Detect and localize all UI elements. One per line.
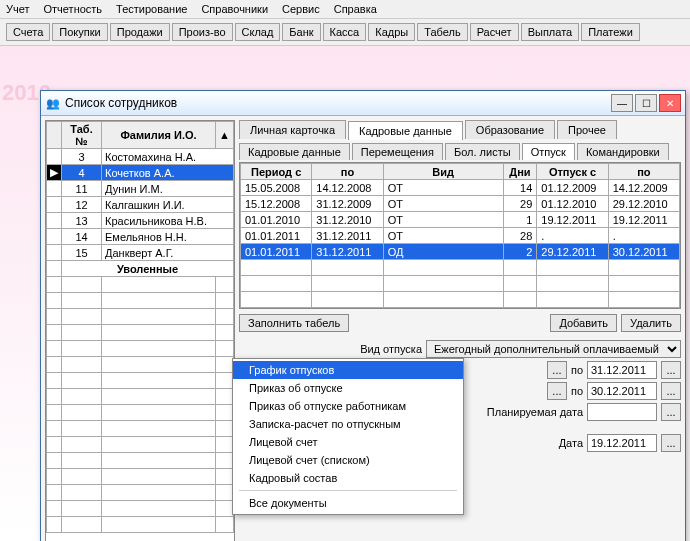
- col-kind[interactable]: Вид: [383, 164, 503, 180]
- tb-kadry[interactable]: Кадры: [368, 23, 415, 41]
- print-context-menu: График отпусковПриказ об отпускеПриказ о…: [232, 358, 464, 515]
- planned-date-input[interactable]: [587, 403, 657, 421]
- po2-input[interactable]: [587, 382, 657, 400]
- tab-other[interactable]: Прочее: [557, 120, 617, 139]
- menu-item[interactable]: График отпусков: [233, 361, 463, 379]
- menu-item[interactable]: Лицевой счет: [233, 433, 463, 451]
- toolbar: Счета Покупки Продажи Произ-во Склад Бан…: [0, 19, 690, 46]
- close-button[interactable]: ✕: [659, 94, 681, 112]
- tb-tabel[interactable]: Табель: [417, 23, 467, 41]
- tb-kassa[interactable]: Касса: [323, 23, 367, 41]
- col-vac-to[interactable]: по: [608, 164, 679, 180]
- tb-platezhi[interactable]: Платежи: [581, 23, 640, 41]
- menu-item[interactable]: Приказ об отпуске работникам: [233, 397, 463, 415]
- po1-picker[interactable]: ...: [661, 361, 681, 379]
- date-picker[interactable]: ...: [661, 434, 681, 452]
- po1-input[interactable]: [587, 361, 657, 379]
- table-row[interactable]: 11Дунин И.М.: [47, 181, 234, 197]
- subtab-vacation[interactable]: Отпуск: [522, 143, 575, 160]
- tb-sklad[interactable]: Склад: [235, 23, 281, 41]
- vacations-table[interactable]: Период с по Вид Дни Отпуск с по 15.05.20…: [239, 162, 681, 309]
- menu-separator: [239, 490, 457, 491]
- tab-education[interactable]: Образование: [465, 120, 555, 139]
- table-row[interactable]: 13Красильникова Н.В.: [47, 213, 234, 229]
- date-input[interactable]: [587, 434, 657, 452]
- period-from-picker[interactable]: ...: [547, 361, 567, 379]
- tb-scheta[interactable]: Счета: [6, 23, 50, 41]
- table-row[interactable]: 14Емельянов Н.Н.: [47, 229, 234, 245]
- menubar: Учет Отчетность Тестирование Справочники…: [0, 0, 690, 19]
- po2-picker[interactable]: ...: [661, 382, 681, 400]
- menu-service[interactable]: Сервис: [282, 3, 320, 15]
- menu-item[interactable]: Лицевой счет (списком): [233, 451, 463, 469]
- subtab-hr[interactable]: Кадровые данные: [239, 143, 350, 160]
- main-tabs: Личная карточка Кадровые данные Образова…: [239, 120, 681, 139]
- employees-table[interactable]: Таб.№ Фамилия И.О. ▲ 3Костомахина Н.А.▶4…: [45, 120, 235, 541]
- sub-tabs: Кадровые данные Перемещения Бол. листы О…: [239, 143, 681, 160]
- table-row[interactable]: 15.12.200831.12.2009ОТ2901.12.201029.12.…: [241, 196, 680, 212]
- table-row[interactable]: 01.01.201031.12.2010ОТ119.12.201119.12.2…: [241, 212, 680, 228]
- window-title: Список сотрудников: [65, 96, 611, 110]
- tabno-header[interactable]: Таб.№: [62, 122, 102, 149]
- subtab-trips[interactable]: Командировки: [577, 143, 669, 160]
- subtab-sick[interactable]: Бол. листы: [445, 143, 520, 160]
- col-period-to[interactable]: по: [312, 164, 383, 180]
- minimize-button[interactable]: —: [611, 94, 633, 112]
- date-label: Дата: [559, 437, 583, 449]
- tb-vyplata[interactable]: Выплата: [521, 23, 580, 41]
- subtab-moves[interactable]: Перемещения: [352, 143, 443, 160]
- fio-header[interactable]: Фамилия И.О.: [102, 122, 216, 149]
- menu-item[interactable]: Кадровый состав: [233, 469, 463, 487]
- tab-personal[interactable]: Личная карточка: [239, 120, 346, 139]
- tb-prodazhi[interactable]: Продажи: [110, 23, 170, 41]
- planned-date-label: Планируемая дата: [487, 406, 583, 418]
- table-row[interactable]: 15.05.200814.12.2008ОТ1401.12.200914.12.…: [241, 180, 680, 196]
- vac-type-label: Вид отпуска: [360, 343, 422, 355]
- maximize-button[interactable]: ☐: [635, 94, 657, 112]
- table-row[interactable]: 12Калгашкин И.И.: [47, 197, 234, 213]
- tb-proizvo[interactable]: Произ-во: [172, 23, 233, 41]
- po2-label: по: [571, 385, 583, 397]
- col-vac-from[interactable]: Отпуск с: [537, 164, 608, 180]
- fill-tabel-button[interactable]: Заполнить табель: [239, 314, 349, 332]
- table-row[interactable]: 3Костомахина Н.А.: [47, 149, 234, 165]
- sort-arrow[interactable]: ▲: [216, 122, 234, 149]
- people-icon: 👥: [45, 95, 61, 111]
- vac-delete-button[interactable]: Удалить: [621, 314, 681, 332]
- tb-bank[interactable]: Банк: [282, 23, 320, 41]
- table-row[interactable]: 01.01.201131.12.2011ОТ28..: [241, 228, 680, 244]
- table-row[interactable]: 01.01.201131.12.2011ОД229.12.201130.12.2…: [241, 244, 680, 260]
- col-period-from[interactable]: Период с: [241, 164, 312, 180]
- tb-pokupki[interactable]: Покупки: [52, 23, 107, 41]
- menu-item[interactable]: Записка-расчет по отпускным: [233, 415, 463, 433]
- titlebar[interactable]: 👥 Список сотрудников — ☐ ✕: [41, 91, 685, 116]
- tb-raschet[interactable]: Расчет: [470, 23, 519, 41]
- col-days[interactable]: Дни: [503, 164, 537, 180]
- menu-all-documents[interactable]: Все документы: [233, 494, 463, 512]
- table-row[interactable]: ▶4Кочетков А.А.: [47, 165, 234, 181]
- planned-date-picker[interactable]: ...: [661, 403, 681, 421]
- table-row[interactable]: 15Данкверт А.Г.: [47, 245, 234, 261]
- menu-sprav[interactable]: Справочники: [201, 3, 268, 15]
- row-marker-header: [47, 122, 62, 149]
- menu-item[interactable]: Приказ об отпуске: [233, 379, 463, 397]
- menu-otchetnost[interactable]: Отчетность: [44, 3, 103, 15]
- vac-from-picker[interactable]: ...: [547, 382, 567, 400]
- po1-label: по: [571, 364, 583, 376]
- group-dismissed[interactable]: Уволенные: [62, 261, 234, 277]
- menu-uchet[interactable]: Учет: [6, 3, 30, 15]
- tab-hr-data[interactable]: Кадровые данные: [348, 121, 463, 140]
- menu-help[interactable]: Справка: [334, 3, 377, 15]
- menu-test[interactable]: Тестирование: [116, 3, 187, 15]
- vac-add-button[interactable]: Добавить: [550, 314, 617, 332]
- vac-type-select[interactable]: Ежегодный дополнительный оплачиваемый о: [426, 340, 681, 358]
